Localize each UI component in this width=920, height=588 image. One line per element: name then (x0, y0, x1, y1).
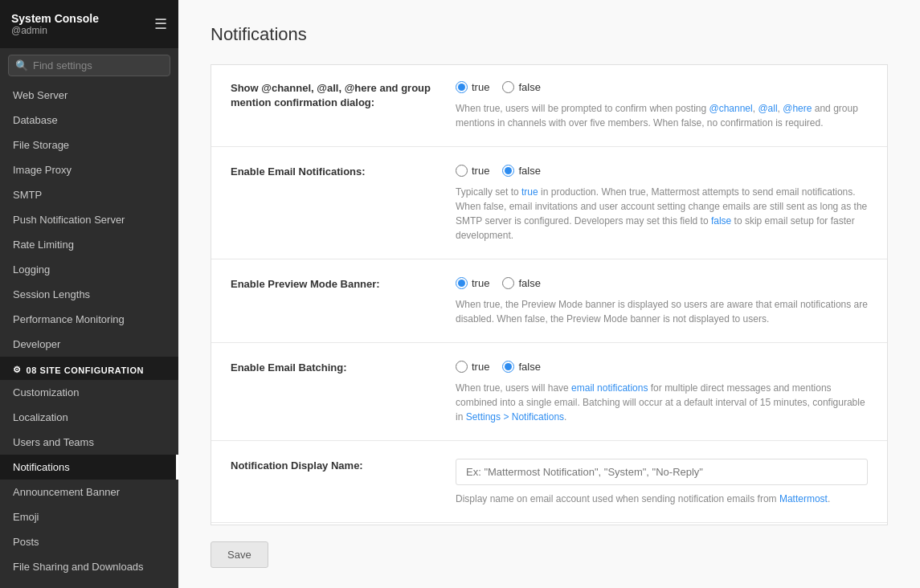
sidebar-item-users-and-teams[interactable]: Users and Teams (0, 430, 178, 455)
radio-email-notifications-false[interactable]: false (502, 165, 540, 177)
sidebar-item-customization[interactable]: Customization (0, 380, 178, 405)
setting-desc-preview-mode-banner: When true, the Preview Mode banner is di… (456, 297, 868, 326)
save-button[interactable]: Save (211, 541, 268, 568)
setting-label-email-batching: Enable Email Batching: (231, 361, 456, 424)
setting-row-email-notifications: Enable Email Notifications: true false T… (211, 149, 887, 259)
search-icon: 🔍 (15, 59, 28, 71)
sidebar-item-developer[interactable]: Developer (0, 332, 178, 357)
setting-control-notification-display-name: Display name on email account used when … (456, 459, 868, 506)
app-subtitle: @admin (11, 25, 99, 36)
site-configuration-section-header: ⚙ 08 SITE CONFIGURATION (0, 357, 178, 380)
sidebar-item-file-storage[interactable]: File Storage (0, 133, 178, 157)
setting-row-email-batching: Enable Email Batching: true false When t… (211, 345, 887, 441)
sidebar-item-session-lengths[interactable]: Session Lengths (0, 282, 178, 307)
setting-label-notification-display-name: Notification Display Name: (231, 459, 456, 506)
page-title: Notifications (211, 24, 888, 45)
sidebar-item-file-sharing-downloads[interactable]: File Sharing and Downloads (0, 554, 178, 579)
setting-row-notification-display-name: Notification Display Name: Display name … (211, 443, 887, 523)
setting-label-preview-mode-banner: Enable Preview Mode Banner: (231, 277, 456, 326)
radio-channel-mention-true[interactable]: true (456, 81, 489, 93)
sidebar-item-database[interactable]: Database (0, 108, 178, 133)
setting-control-email-batching: true false When true, users will have em… (456, 361, 868, 424)
sidebar-item-posts[interactable]: Posts (0, 529, 178, 554)
radio-channel-mention-false[interactable]: false (502, 81, 540, 93)
sidebar-item-smtp[interactable]: SMTP (0, 182, 178, 207)
setting-row-channel-mention: Show @channel, @all, @here and group men… (211, 65, 887, 147)
setting-desc-email-notifications: Typically set to true in production. Whe… (456, 185, 868, 243)
setting-row-preview-mode-banner: Enable Preview Mode Banner: true false W… (211, 261, 887, 343)
sidebar-item-rate-limiting[interactable]: Rate Limiting (0, 232, 178, 257)
sidebar-item-image-proxy[interactable]: Image Proxy (0, 157, 178, 182)
main-content: Notifications Show @channel, @all, @here… (178, 0, 920, 588)
sidebar-item-emoji[interactable]: Emoji (0, 504, 178, 529)
radio-group-email-notifications: true false (456, 165, 868, 177)
setting-control-email-notifications: true false Typically set to true in prod… (456, 165, 868, 243)
radio-group-email-batching: true false (456, 361, 868, 373)
setting-control-channel-mention: true false When true, users will be prom… (456, 81, 868, 130)
sidebar-item-logging[interactable]: Logging (0, 257, 178, 282)
radio-group-channel-mention: true false (456, 81, 868, 93)
hamburger-icon[interactable]: ☰ (154, 15, 167, 33)
sidebar-item-announcement-banner[interactable]: Announcement Banner (0, 480, 178, 504)
setting-desc-email-batching: When true, users will have email notific… (456, 381, 868, 424)
radio-email-batching-true[interactable]: true (456, 361, 489, 373)
setting-control-preview-mode-banner: true false When true, the Preview Mode b… (456, 277, 868, 326)
sidebar: System Console @admin ☰ 🔍 Web Server Dat… (0, 0, 178, 588)
radio-group-preview-mode-banner: true false (456, 277, 868, 289)
app-title: System Console (11, 12, 99, 25)
setting-label-channel-mention: Show @channel, @all, @here and group men… (231, 81, 456, 130)
search-box[interactable]: 🔍 (8, 55, 170, 76)
sidebar-item-web-server[interactable]: Web Server (0, 83, 178, 108)
notification-display-name-input[interactable] (456, 459, 868, 485)
setting-desc-notification-display-name: Display name on email account used when … (456, 492, 868, 506)
sidebar-header: System Console @admin ☰ (0, 0, 178, 48)
setting-label-email-notifications: Enable Email Notifications: (231, 165, 456, 243)
sidebar-item-push-notification-server[interactable]: Push Notification Server (0, 207, 178, 232)
radio-email-notifications-true[interactable]: true (456, 165, 489, 177)
search-input[interactable] (33, 59, 163, 71)
sidebar-item-performance-monitoring[interactable]: Performance Monitoring (0, 307, 178, 332)
setting-desc-channel-mention: When true, users will be prompted to con… (456, 101, 868, 130)
settings-container: Show @channel, @all, @here and group men… (211, 64, 888, 525)
sidebar-item-notifications[interactable]: Notifications (0, 455, 178, 480)
sidebar-item-localization[interactable]: Localization (0, 405, 178, 430)
gear-icon: ⚙ (13, 365, 22, 375)
radio-email-batching-false[interactable]: false (502, 361, 540, 373)
radio-preview-mode-banner-false[interactable]: false (502, 277, 540, 289)
radio-preview-mode-banner-true[interactable]: true (456, 277, 489, 289)
